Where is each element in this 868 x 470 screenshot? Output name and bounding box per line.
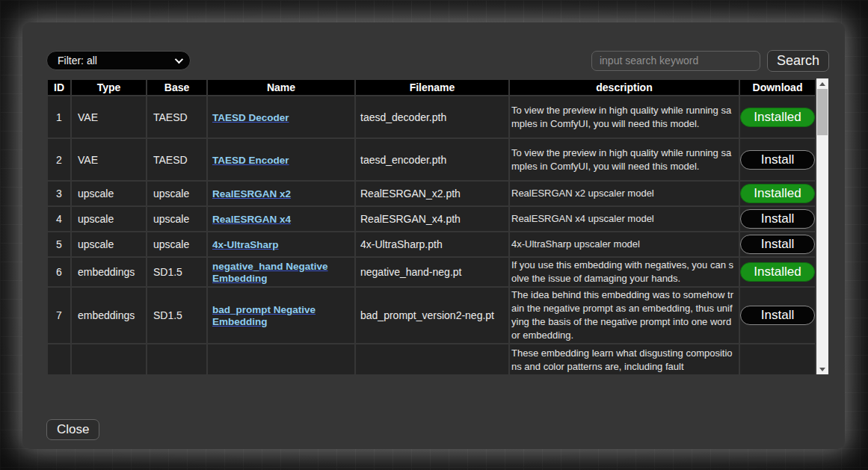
cell-id: 3 — [48, 182, 70, 205]
cell-name: TAESD Decoder — [208, 96, 354, 137]
cell-description: RealESRGAN x2 upscaler model — [510, 182, 739, 205]
cell-filename: taesd_decoder.pth — [356, 96, 508, 137]
search-button[interactable]: Search — [767, 50, 829, 72]
cell-description: To view the preview in high quality whil… — [510, 96, 739, 137]
table-row: These embedding learn what disgusting co… — [48, 344, 815, 374]
cell-filename: bad_prompt_version2-neg.pt — [356, 288, 508, 343]
filter-dropdown[interactable]: Filter: all — [46, 51, 191, 70]
cell-name — [208, 344, 354, 374]
cell-type: VAE — [72, 96, 146, 137]
cell-type: upscale — [72, 182, 146, 205]
cell-filename: negative_hand-neg.pt — [356, 258, 508, 286]
download-button[interactable]: Install — [740, 235, 815, 254]
cell-type: embeddings — [72, 258, 146, 286]
model-name-link[interactable]: TAESD Encoder — [212, 155, 289, 166]
table-row: 5 upscale upscale 4x-UltraSharp 4x-Ultra… — [48, 232, 815, 256]
download-button[interactable]: Installed — [740, 184, 815, 203]
cell-filename: RealESRGAN_x2.pth — [356, 182, 508, 205]
model-name-link[interactable]: RealESRGAN x4 — [212, 214, 291, 225]
cell-name: bad_prompt Negative Embedding — [208, 288, 354, 343]
model-name-link[interactable]: negative_hand Negative Embedding — [212, 261, 328, 284]
cell-download: Installed — [740, 96, 815, 137]
model-name-link[interactable]: 4x-UltraSharp — [212, 239, 279, 250]
cell-base: upscale — [147, 182, 206, 205]
cell-filename: RealESRGAN_x4.pth — [356, 207, 508, 231]
scroll-up-icon — [819, 82, 825, 86]
cell-description: The idea behind this embedding was to so… — [510, 288, 739, 343]
cell-filename: 4x-UltraSharp.pth — [356, 232, 508, 256]
close-button[interactable]: Close — [46, 419, 99, 440]
column-header-description: description — [510, 80, 739, 95]
cell-description: To view the preview in high quality whil… — [510, 139, 739, 180]
cell-filename — [356, 344, 508, 374]
filter-dropdown-label: Filter: all — [58, 55, 170, 67]
cell-base: upscale — [147, 232, 206, 256]
cell-id — [48, 344, 70, 374]
download-button[interactable]: Install — [740, 150, 815, 170]
install-models-dialog: Filter: all Search IDTypeBaseNameFilenam… — [22, 22, 845, 449]
models-table-body: 1 VAE TAESD TAESD Decoder taesd_decoder.… — [48, 96, 815, 374]
cell-download: Installed — [740, 182, 815, 205]
download-button[interactable]: Install — [740, 306, 815, 325]
column-header-download: Download — [740, 80, 815, 95]
scroll-up-button[interactable] — [816, 78, 828, 89]
models-table-zone: IDTypeBaseNameFilenamedescriptionDownloa… — [46, 78, 828, 374]
cell-type: VAE — [72, 139, 146, 180]
cell-filename: taesd_encoder.pth — [356, 139, 508, 180]
search-group: Search — [591, 50, 829, 72]
cell-id: 6 — [48, 258, 70, 286]
cell-name: TAESD Encoder — [208, 139, 354, 180]
download-button[interactable]: Installed — [740, 262, 815, 282]
model-name-link[interactable]: TAESD Decoder — [212, 112, 289, 123]
column-header-filename: Filename — [356, 80, 508, 95]
column-header-name: Name — [208, 80, 354, 95]
cell-type — [72, 344, 146, 374]
table-row: 7 embeddings SD1.5 bad_prompt Negative E… — [48, 288, 815, 343]
cell-download: Install — [740, 232, 815, 256]
scroll-down-icon — [819, 368, 825, 371]
scrollbar-thumb[interactable] — [817, 89, 828, 135]
cell-base: SD1.5 — [147, 288, 206, 343]
search-input[interactable] — [591, 51, 760, 71]
models-table: IDTypeBaseNameFilenamedescriptionDownloa… — [46, 78, 816, 374]
table-row: 1 VAE TAESD TAESD Decoder taesd_decoder.… — [48, 96, 815, 137]
cell-base — [147, 344, 206, 374]
cell-name: RealESRGAN x4 — [208, 207, 354, 231]
scroll-down-button[interactable] — [816, 364, 828, 374]
cell-description: 4x-UltraSharp upscaler model — [510, 232, 739, 256]
column-header-type: Type — [72, 80, 146, 95]
table-row: 3 upscale upscale RealESRGAN x2 RealESRG… — [48, 182, 815, 205]
cell-download: Installed — [740, 258, 815, 286]
cell-description: These embedding learn what disgusting co… — [510, 344, 739, 374]
cell-description: If you use this embedding with negatives… — [510, 258, 739, 286]
table-row: 4 upscale upscale RealESRGAN x4 RealESRG… — [48, 207, 815, 231]
cell-base: TAESD — [147, 139, 206, 180]
column-header-id: ID — [48, 80, 70, 95]
cell-type: upscale — [72, 207, 146, 231]
cell-download: Install — [740, 288, 815, 343]
cell-id: 7 — [48, 288, 70, 343]
cell-description: RealESRGAN x4 upscaler model — [510, 207, 739, 231]
cell-type: embeddings — [72, 288, 146, 343]
cell-download: Install — [740, 207, 815, 231]
model-name-link[interactable]: RealESRGAN x2 — [212, 188, 291, 200]
column-header-base: Base — [147, 80, 206, 95]
model-name-link[interactable]: bad_prompt Negative Embedding — [212, 304, 316, 327]
dialog-toolbar: Filter: all Search — [46, 50, 829, 71]
download-button[interactable]: Installed — [740, 108, 815, 127]
cell-download: Install — [740, 139, 815, 180]
download-button[interactable]: Install — [740, 209, 815, 229]
table-header-row: IDTypeBaseNameFilenamedescriptionDownloa… — [48, 80, 815, 95]
cell-id: 2 — [48, 139, 70, 180]
cell-name: RealESRGAN x2 — [208, 182, 354, 205]
chevron-down-icon — [175, 55, 183, 64]
cell-type: upscale — [72, 232, 146, 256]
cell-base: TAESD — [147, 96, 206, 137]
cell-id: 1 — [48, 96, 70, 137]
table-row: 2 VAE TAESD TAESD Encoder taesd_encoder.… — [48, 139, 815, 180]
table-scrollbar[interactable] — [816, 78, 828, 374]
cell-name: negative_hand Negative Embedding — [208, 258, 354, 286]
cell-download — [740, 344, 815, 374]
cell-name: 4x-UltraSharp — [208, 232, 354, 256]
table-row: 6 embeddings SD1.5 negative_hand Negativ… — [48, 258, 815, 286]
